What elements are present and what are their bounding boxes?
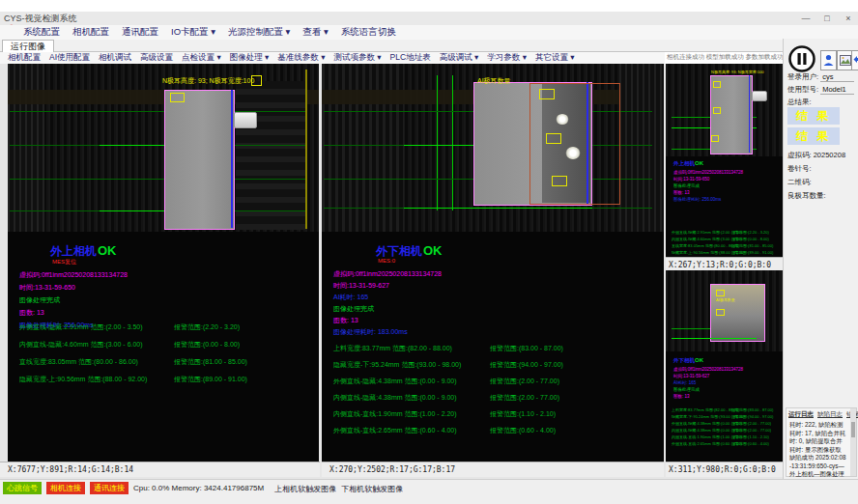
measure-line	[404, 208, 592, 209]
vertical-measure-line	[452, 75, 453, 210]
alarm-range: 报警范围:(2.20 - 3.20)	[174, 322, 240, 332]
alarm-range: 报警范围:(89.00 - 91.00)	[174, 375, 247, 384]
menu-bar: 系统配置 相机配置 通讯配置 IO卡配置 ▾ 光源控制配置 ▾ 查看 ▾ 系统语…	[0, 25, 858, 41]
window-controls: — □ ×	[798, 12, 856, 25]
virtual-code: 虚拟码:0ff1inm20250208133134728	[673, 366, 743, 373]
total-result-row: 总结果:	[787, 98, 856, 107]
model-row: 使用型号: Model1	[787, 85, 856, 95]
detect-box	[716, 290, 725, 296]
upper-camera-trigger-status: 上相机软触发图像	[274, 482, 336, 494]
ok-status: OK	[695, 160, 703, 166]
right-camera-scene: AI极耳数量	[322, 64, 664, 232]
tool-camera-debug[interactable]: 相机调试	[99, 52, 131, 64]
frame-count: 图数: 13	[673, 393, 743, 400]
virtual-code: 虚拟码:0ff1inm20250208133134728	[333, 268, 442, 280]
process-done: 图像处理完成	[333, 303, 442, 315]
measurement-text: 内侧直线-隐藏:4.60mm 范围:(3.00 - 6.00)	[19, 341, 143, 348]
product-region	[164, 90, 235, 230]
model-value[interactable]: Model1	[820, 85, 854, 95]
menu-item-system-config[interactable]: 系统配置	[23, 26, 60, 39]
tab-connector	[752, 91, 767, 101]
menu-item-camera-config[interactable]: 相机配置	[72, 26, 109, 39]
tool-spot-check[interactable]: 点检设置 ▾	[182, 52, 221, 64]
alarm-range: 报警范围:(2.00 - 77.00)	[490, 393, 559, 403]
right-pixel-caption: X:270;Y:2502;R:17;G:17;B:17	[322, 462, 664, 477]
log-scrollbar[interactable]	[850, 408, 856, 476]
image-workspace: N极耳高度: 93; N极耳宽度:100 外上相机OK MES复位 虚拟码:0f…	[0, 64, 858, 479]
tool-advanced-settings[interactable]: 高级设置	[140, 52, 173, 64]
mini-top-scene: N极耳高度: 93; N极耳宽度:100	[666, 64, 783, 156]
edge-detect-line	[749, 75, 750, 153]
tool-learning-params[interactable]: 学习参数 ▾	[487, 52, 527, 64]
tool-camera-config[interactable]: 相机配置	[8, 52, 41, 64]
tab-run-image[interactable]: 运行图像	[2, 40, 54, 52]
roi-box	[529, 83, 620, 205]
result-display-upper: 结 果	[787, 107, 840, 125]
detect-box	[552, 176, 567, 186]
measurement-text: 隐藏宽度-下:95.24mm 范围:(93.00 - 98.00)	[333, 361, 461, 368]
ai-tab-annotation: AI极耳数量	[477, 76, 511, 86]
menu-item-view[interactable]: 查看 ▾	[302, 26, 328, 39]
log-tab-defect[interactable]: 缺陷日志	[817, 410, 843, 419]
log-tab-run[interactable]: 运行日志	[788, 410, 814, 419]
camera-status-badge: 相机连接	[46, 482, 85, 494]
left-camera-scene: N极耳高度: 93; N极耳宽度:100	[8, 64, 319, 232]
detect-box	[716, 309, 725, 316]
measurement-text: 上料宽度:83.77mm 范围:(82.00 - 88.00)	[333, 345, 452, 351]
mini-top-camera-view[interactable]: N极耳高度: 93; N极耳宽度:100 外上相机OK 虚拟码:0ff1inm2…	[666, 64, 783, 257]
measurement-row: 直线宽度:83.05mm 范围:(80.00 - 86.00)报警范围:(81.…	[672, 243, 739, 248]
pause-button[interactable]	[787, 44, 816, 73]
menu-item-light-config[interactable]: 光源控制配置 ▾	[228, 26, 290, 39]
minimize-button[interactable]: —	[798, 12, 814, 25]
tool-image-processing[interactable]: 图像处理 ▾	[230, 52, 270, 64]
ai-tab-annotation: AI极耳数量	[716, 297, 735, 302]
measurement-text: 外侧直线-隐藏:2.91mm 范围:(2.00 - 3.50)	[19, 323, 143, 330]
ok-status: OK	[423, 243, 443, 258]
right-camera-view[interactable]: AI极耳数量 外下相机OK MES:0 虚拟码:0ff1inm202502081…	[322, 64, 664, 462]
maximize-button[interactable]: □	[819, 12, 835, 25]
alarm-range: 报警范围:(2.00 - 77.00)	[731, 421, 771, 426]
process-done: 图像处理完成	[673, 182, 743, 189]
tab-measure-annotation: N极耳高度: 93; N极耳宽度:100	[711, 70, 763, 74]
heartbeat-status-badge: 心跳信号	[3, 482, 42, 494]
measurement-row: 直线宽度:83.05mm 范围:(80.00 - 86.00) 报警范围:(81…	[19, 357, 319, 367]
log-text: 耗时: 222, 缺陷检测耗时: 17, 缺陷合并耗时: 0, 缺陷提取合并耗时…	[786, 420, 856, 487]
tool-test-params[interactable]: 测试项参数 ▾	[333, 52, 381, 64]
measurement-text: 内侧直线-隐藏:4.38mm 范围:(0.00 - 9.00)	[333, 394, 457, 401]
tool-plc-address[interactable]: PLC地址表	[390, 52, 431, 64]
status-hint-text: 相机连接成功 模型加载成功 参数加载成功	[667, 53, 783, 62]
reference-line	[672, 328, 710, 329]
glare-spot	[556, 114, 569, 125]
camera-name: 外下相机	[673, 357, 695, 363]
close-button[interactable]: ×	[841, 12, 856, 25]
timestamp: 时间:13-31-59-650	[19, 281, 128, 294]
alarm-range: 报警范围:(2.00 - 77.00)	[490, 377, 559, 386]
tool-advanced-debug[interactable]: 高级调试 ▾	[440, 52, 479, 64]
log-scrollbar-thumb[interactable]	[851, 422, 855, 437]
mini-bottom-camera-view[interactable]: AI极耳数量 外下相机OK 虚拟码:0ff1inm202502081331347…	[666, 270, 783, 462]
tool-baseline-params[interactable]: 基准线参数 ▾	[277, 52, 325, 64]
mes-status: MES复位	[52, 258, 76, 266]
measurement-text: 外侧直线-直线:2.65mm 范围:(0.60 - 4.00)	[333, 427, 457, 434]
menu-item-comm-config[interactable]: 通讯配置	[122, 26, 158, 39]
user-login-button[interactable]	[820, 50, 837, 70]
detect-box	[539, 89, 555, 99]
frame-count: 图数: 13	[19, 306, 128, 319]
menu-item-io-config[interactable]: IO卡配置 ▾	[171, 26, 215, 39]
measurement-row: 内侧直线-隐藏:4.38mm 范围:(0.00 - 9.00)报警范围:(2.0…	[672, 428, 742, 433]
left-camera-view[interactable]: N极耳高度: 93; N极耳宽度:100 外上相机OK MES复位 虚拟码:0f…	[8, 64, 319, 462]
alarm-range: 报警范围:(2.20 - 3.20)	[731, 230, 769, 235]
measurement-row: 隐藏宽度-上:90.56mm 范围:(88.00 - 92.00)报警范围:(8…	[672, 250, 745, 255]
measurement-text: 直线宽度:83.05mm 范围:(80.00 - 86.00)	[672, 243, 739, 248]
logout-button[interactable]	[851, 50, 858, 70]
measurement-row: 外侧直线-直线:2.65mm 范围:(0.60 - 4.00)报警范围:(0.6…	[672, 441, 742, 446]
menu-item-language[interactable]: 系统语言切换	[341, 26, 396, 39]
tab-connector	[234, 112, 257, 128]
tool-ai-usage-config[interactable]: AI使用配置	[49, 52, 90, 64]
tool-other-settings[interactable]: 其它设置 ▾	[535, 52, 575, 64]
alarm-range: 报警范围:(94.00 - 97.00)	[490, 360, 563, 370]
total-result-label: 总结果:	[787, 98, 812, 106]
timestamp: 时间:13-31-59-627	[673, 373, 743, 379]
result-display-lower: 结 果	[787, 127, 840, 145]
login-user-value[interactable]: cys	[820, 72, 854, 82]
